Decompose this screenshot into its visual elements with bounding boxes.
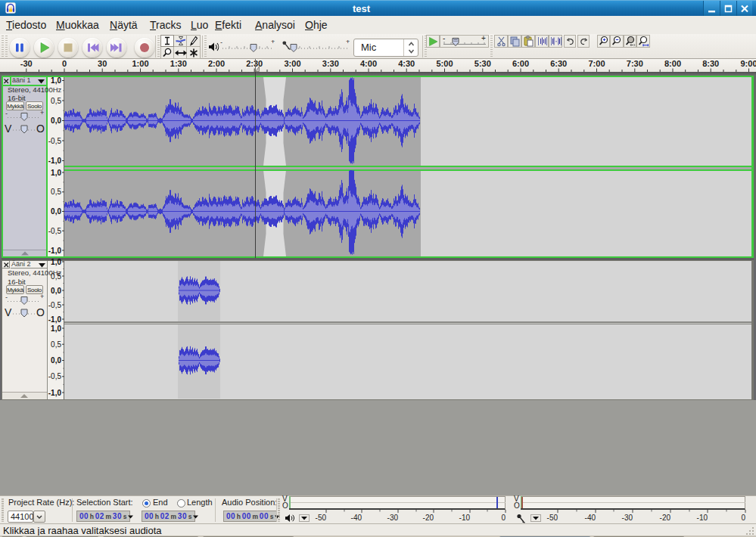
svg-text:-40: -40 [585,514,596,522]
svg-text:1:30: 1:30 [170,59,187,68]
svg-text:O: O [36,123,45,135]
svg-text:7:00: 7:00 [588,59,605,68]
svg-text:-1,0: -1,0 [48,157,62,165]
svg-text:V: V [5,123,12,135]
svg-text:2:30: 2:30 [246,59,263,68]
svg-text:-30: -30 [20,59,33,68]
svg-text:1,0: 1,0 [51,169,61,177]
svg-text:-: - [5,110,8,117]
svg-text:8:00: 8:00 [664,59,681,68]
svg-text:9:00: 9:00 [740,59,756,68]
svg-text:+: + [481,35,486,42]
svg-text:4:00: 4:00 [360,59,377,68]
svg-text:0,0: 0,0 [51,207,61,216]
svg-text:-0,5: -0,5 [48,137,62,145]
svg-text:-1,0: -1,0 [48,389,62,397]
svg-text:-30: -30 [622,514,633,522]
svg-text:-20: -20 [660,514,671,522]
svg-text:0,0: 0,0 [51,287,61,295]
svg-text:1,0: 1,0 [51,324,61,333]
svg-text:7:30: 7:30 [627,59,643,68]
svg-text:V: V [5,306,12,318]
svg-text:+: + [346,40,350,45]
svg-text:-0,5: -0,5 [48,301,62,309]
svg-text:-: - [220,40,222,46]
svg-text:5:30: 5:30 [474,59,491,68]
svg-text:-1,0: -1,0 [48,247,62,255]
svg-text:0,5: 0,5 [51,340,61,349]
svg-text:0,5: 0,5 [51,188,61,196]
svg-text:0,0: 0,0 [51,116,61,125]
svg-text:-1,0: -1,0 [48,315,62,324]
svg-text:1:00: 1:00 [132,59,148,68]
svg-text:-0,5: -0,5 [48,227,62,235]
svg-text:-: - [5,294,8,301]
svg-text:3:30: 3:30 [322,59,339,68]
svg-text:4:30: 4:30 [398,59,415,68]
svg-text:2:00: 2:00 [208,59,225,68]
svg-text:5:00: 5:00 [436,59,453,68]
svg-text:6:00: 6:00 [512,59,529,68]
svg-text:+: + [40,294,44,300]
svg-text:8:30: 8:30 [702,59,719,68]
svg-text:0,5: 0,5 [51,97,61,105]
svg-text:1,0: 1,0 [51,76,61,85]
svg-text:3:00: 3:00 [284,59,300,68]
svg-text:-50: -50 [547,514,558,522]
svg-text:+: + [271,40,275,45]
svg-text:O: O [36,306,45,318]
svg-text:0: 0 [741,514,745,522]
svg-text:-0,5: -0,5 [48,372,62,380]
svg-text:1,0: 1,0 [51,258,61,266]
svg-text:+: + [40,110,44,116]
svg-text:0: 0 [62,59,67,68]
svg-text:-10: -10 [697,514,708,522]
svg-text:6:30: 6:30 [550,59,567,68]
svg-text:-: - [443,35,445,42]
svg-text:30: 30 [98,59,107,68]
svg-text:0,0: 0,0 [51,356,61,365]
